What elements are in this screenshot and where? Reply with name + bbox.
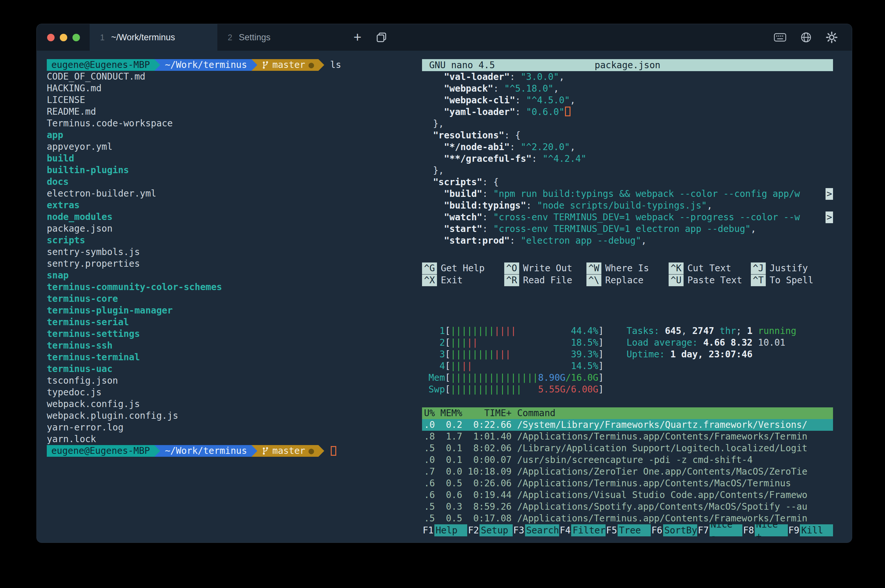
file-entry: terminus-core	[47, 293, 422, 305]
powerline-arrow	[318, 445, 324, 457]
summary-line: Load average: 4.66 8.32 10.01	[626, 337, 796, 349]
file-entry: sentry-symbols.js	[47, 246, 422, 258]
line-wrap-marker: >	[825, 188, 833, 200]
summary-line: Uptime: 1 day, 23:07:46	[626, 349, 796, 360]
process-row[interactable]: .60.60:19.44/Applications/Visual Studio …	[422, 489, 833, 501]
nano-shortcut: ^GGet Help	[422, 262, 504, 274]
maximize-button[interactable]	[72, 34, 80, 41]
shell-prompt: eugene@Eugenes-MBP~/Work/terminusmaster●	[47, 445, 422, 457]
nano-line: "resolutions": {	[422, 130, 833, 141]
nano-line: "build:typings": "node scripts/build-typ…	[422, 200, 833, 212]
file-entry: webpack.plugin.config.js	[47, 410, 422, 422]
nano-line: "webpack": "^5.18.0",	[422, 83, 833, 94]
file-entry: build	[47, 153, 422, 164]
summary-line: Tasks: 645, 2747 thr; 1 running	[626, 325, 796, 337]
process-row[interactable]: .00.10:00.07/usr/sbin/screencapture -pdi…	[422, 454, 833, 466]
titlebar: 1 ~/Work/terminus 2 Settings +	[37, 24, 852, 51]
file-entry: package.json	[47, 223, 422, 234]
meter-row: 3[|||||||||||39.3%]	[429, 349, 604, 360]
process-row[interactable]: .50.18:02.06/Library/Application Support…	[422, 442, 833, 454]
process-row[interactable]: .70.010:18.09/Applications/ZeroTier One.…	[422, 466, 833, 477]
htop-fkey[interactable]: F6SortBy	[651, 524, 697, 536]
file-entry: yarn-error.log	[47, 422, 422, 434]
cpu-memory-meters: 1[||||||||||||44.4%]2[|||||18.5%]3[|||||…	[429, 325, 604, 395]
htop-fkey[interactable]: F4Filter	[559, 524, 606, 536]
nano-shortcut: ^JJustify	[751, 262, 833, 274]
powerline-arrow	[154, 445, 160, 457]
htop-function-key-bar: F1HelpF2SetupF3SearchF4FilterF5TreeF6Sor…	[422, 524, 833, 536]
terminal-pane-right[interactable]: package.json GNU nano 4.5 "val-loader": …	[422, 51, 852, 543]
terminal-pane-left[interactable]: eugene@Eugenes-MBP~/Work/terminusmaster●…	[37, 51, 422, 543]
keyboard-icon[interactable]	[774, 33, 786, 42]
process-table-header[interactable]: U%MEM%TIME+Command	[422, 407, 833, 419]
prompt-git-segment: master●	[257, 445, 318, 457]
nano-shortcut: ^XExit	[422, 274, 504, 286]
nano-line: "**/graceful-fs": "^4.2.4"	[422, 153, 833, 165]
tab-work-terminus[interactable]: 1 ~/Work/terminus	[90, 24, 218, 51]
close-button[interactable]	[47, 34, 55, 41]
git-dirty-dot: ●	[308, 445, 314, 457]
htop-fkey[interactable]: F8Nice +	[742, 524, 788, 536]
file-entry: terminus-terminal	[47, 351, 422, 363]
nano-line: "start": "cross-env TERMINUS_DEV=1 elect…	[422, 223, 833, 235]
traffic-lights	[37, 24, 90, 51]
htop-fkey[interactable]: F3Search	[513, 524, 559, 536]
htop-meters: 1[||||||||||||44.4%]2[|||||18.5%]3[|||||…	[422, 325, 833, 395]
nano-shortcut: ^WWhere Is	[586, 262, 669, 274]
process-table: U%MEM%TIME+Command .00.20:22.66/System/L…	[422, 407, 833, 536]
meter-row: Swp[|||||||||||||5.55G/6.00G]	[429, 384, 604, 395]
nano-line: },	[422, 165, 833, 176]
nano-shortcut: ^RRead File	[504, 274, 586, 286]
file-entry: tsconfig.json	[47, 375, 422, 387]
nano-shortcut: ^TTo Spell	[751, 274, 833, 286]
terminal-cursor	[331, 446, 336, 456]
file-entry: webpack.config.js	[47, 398, 422, 410]
process-row[interactable]: .50.38:59.26/Applications/Spotify.app/Co…	[422, 501, 833, 513]
file-entry: terminus-uac	[47, 363, 422, 375]
file-entry: electron-builder.yml	[47, 188, 422, 200]
htop-fkey[interactable]: F9Kill	[788, 524, 833, 536]
nano-cursor	[565, 106, 570, 116]
htop-fkey[interactable]: F2Setup	[467, 524, 512, 536]
htop-monitor: 1[||||||||||||44.4%]2[|||||18.5%]3[|||||…	[422, 325, 833, 536]
nano-line: "*/node-abi": "^2.20.0",	[422, 141, 833, 153]
file-entry: CODE_OF_CONDUCT.md	[47, 71, 422, 82]
typed-command: ls	[330, 59, 341, 71]
terminus-window: 1 ~/Work/terminus 2 Settings +	[36, 24, 852, 543]
nano-line: "yaml-loader": "0.6.0"	[422, 106, 833, 118]
file-entry: yarn.lock	[47, 434, 422, 445]
nano-line: "watch": "cross-env TERMINUS_DEV=1 webpa…	[422, 212, 833, 223]
file-entry: sentry.properties	[47, 258, 422, 270]
nano-editor: package.json GNU nano 4.5 "val-loader": …	[422, 59, 833, 286]
process-row[interactable]: .00.20:22.66/System/Library/Frameworks/Q…	[422, 419, 833, 431]
htop-fkey[interactable]: F1Help	[422, 524, 467, 536]
globe-icon[interactable]	[801, 32, 812, 43]
file-entry: builtin-plugins	[47, 164, 422, 176]
new-tab-button[interactable]: +	[345, 24, 370, 51]
process-row[interactable]: .81.71:01.40/Applications/Terminus.app/C…	[422, 431, 833, 442]
git-branch-icon	[262, 61, 269, 69]
nano-shortcut: ^\Replace	[586, 274, 669, 286]
ls-output: CODE_OF_CONDUCT.mdHACKING.mdLICENSEREADM…	[47, 71, 422, 445]
htop-fkey[interactable]: F7Nice -	[697, 524, 742, 536]
file-entry: terminus-ssh	[47, 340, 422, 351]
prompt-user-host: eugene@Eugenes-MBP	[47, 445, 154, 457]
nano-line: "scripts": {	[422, 176, 833, 188]
process-row[interactable]: .60.50:26.06/Applications/Terminus.app/C…	[422, 477, 833, 489]
minimize-button[interactable]	[60, 34, 67, 41]
nano-shortcut: ^KCut Text	[669, 262, 751, 274]
file-entry: node_modules	[47, 211, 422, 223]
file-entry: snap	[47, 270, 422, 281]
split-windows-icon[interactable]	[370, 24, 393, 51]
file-entry: scripts	[47, 234, 422, 246]
file-entry: HACKING.md	[47, 82, 422, 94]
titlebar-actions	[774, 24, 852, 51]
git-branch-icon	[262, 447, 269, 455]
nano-filename: package.json	[422, 60, 833, 71]
settings-gear-icon[interactable]	[826, 32, 838, 43]
tab-settings[interactable]: 2 Settings	[218, 24, 345, 51]
nano-line: },	[422, 118, 833, 130]
htop-fkey[interactable]: F5Tree	[606, 524, 651, 536]
nano-shortcut: ^UPaste Text	[669, 274, 751, 286]
tab-title: ~/Work/terminus	[111, 33, 175, 42]
